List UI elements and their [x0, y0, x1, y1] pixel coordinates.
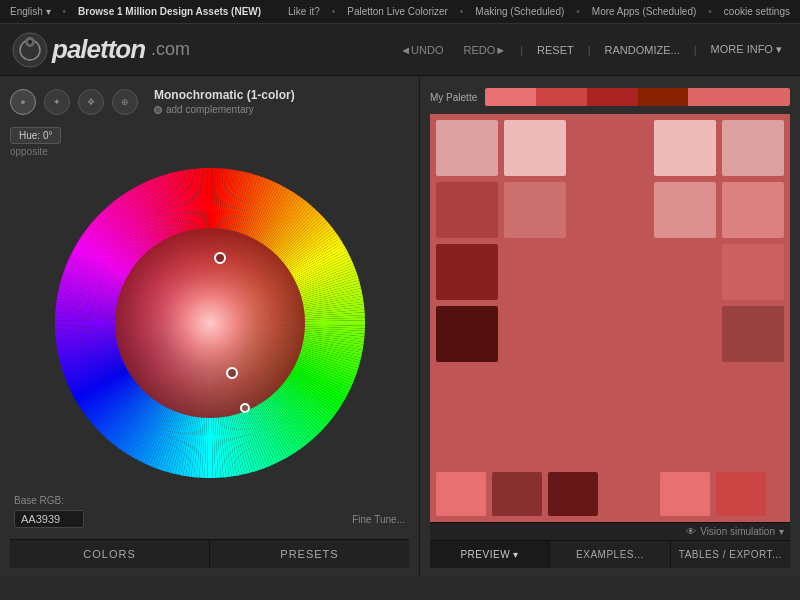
- toolbar-separator-3: |: [694, 44, 697, 56]
- more-info-label: MORE INFO: [711, 43, 773, 55]
- vision-simulation-label[interactable]: Vision simulation: [700, 526, 775, 537]
- separator-3: •: [460, 6, 464, 17]
- more-info-arrow-icon: ▾: [776, 43, 782, 55]
- color-wheel-canvas[interactable]: [50, 163, 370, 483]
- tab-tables-export[interactable]: TABLES / EXPORT...: [671, 541, 790, 568]
- base-rgb-label: Base RGB:: [14, 495, 84, 506]
- swatch-top-2[interactable]: [504, 182, 566, 238]
- preview-tab-label: PREVIEW: [460, 549, 510, 560]
- language-arrow-icon: ▾: [46, 6, 51, 17]
- color-display: [430, 114, 790, 522]
- logo-icon: [12, 32, 48, 68]
- hue-button[interactable]: Hue: 0°: [10, 127, 61, 144]
- hue-row: Hue: 0° opposite: [10, 127, 409, 157]
- palette-label: My Palette: [430, 92, 477, 103]
- mode-icon-tetrad[interactable]: ⊕: [112, 89, 138, 115]
- left-panel-tabs: COLORS PRESETS: [10, 539, 409, 568]
- swatch-bot-2[interactable]: [492, 472, 542, 516]
- mode-label-area: Monochromatic (1-color) add complementar…: [154, 88, 295, 115]
- tab-presets[interactable]: PRESETS: [210, 540, 409, 568]
- language-label: English: [10, 6, 43, 17]
- toolbar-separator-2: |: [588, 44, 591, 56]
- swatch-tl-1[interactable]: [436, 120, 498, 176]
- browse-link[interactable]: Browse 1 Million Design Assets (NEW): [78, 6, 261, 17]
- mode-sub: add complementary: [154, 104, 295, 115]
- separator-2: •: [332, 6, 336, 17]
- swatch-tl-2[interactable]: [436, 182, 498, 238]
- tab-colors[interactable]: COLORS: [10, 540, 210, 568]
- palette-swatch-1[interactable]: [485, 88, 536, 106]
- swatch-top-1[interactable]: [504, 120, 566, 176]
- base-rgb-row: Base RGB: Fine Tune...: [10, 491, 409, 528]
- opposite-label: opposite: [10, 146, 409, 157]
- radio-dot-icon: [154, 106, 162, 114]
- tab-preview[interactable]: PREVIEW ▾: [430, 541, 550, 568]
- eye-icon: 👁: [686, 526, 696, 537]
- swatch-tr-1[interactable]: [722, 120, 784, 176]
- fine-tune-button[interactable]: Fine Tune...: [352, 514, 405, 525]
- separator-5: •: [708, 6, 712, 17]
- mode-icon-triad[interactable]: ❖: [78, 89, 104, 115]
- logo: paletton .com: [12, 32, 190, 68]
- swatch-tr-4[interactable]: [722, 306, 784, 362]
- right-panel-tabs: PREVIEW ▾ EXAMPLES... TABLES / EXPORT...: [430, 540, 790, 568]
- main-content: ● ✦ ❖ ⊕ Monochromatic (1-color) add comp…: [0, 76, 800, 576]
- left-panel: ● ✦ ❖ ⊕ Monochromatic (1-color) add comp…: [0, 76, 420, 576]
- like-it-link[interactable]: Like it?: [288, 6, 320, 17]
- redo-button[interactable]: REDO►: [457, 41, 512, 59]
- preview-arrow-icon: ▾: [513, 549, 519, 560]
- swatch-tl-4[interactable]: [436, 306, 498, 362]
- toolbar-right: ◄UNDO REDO► | RESET | RANDOMIZE... | MOR…: [394, 40, 788, 59]
- swatch-bot-1[interactable]: [436, 472, 486, 516]
- mode-sub-label: add complementary: [166, 104, 254, 115]
- header-bar: paletton .com ◄UNDO REDO► | RESET | RAND…: [0, 24, 800, 76]
- vision-simulation-bar: 👁 Vision simulation ▾: [430, 522, 790, 540]
- mode-selector-row: ● ✦ ❖ ⊕ Monochromatic (1-color) add comp…: [10, 84, 409, 119]
- color-wheel-container[interactable]: [50, 163, 370, 483]
- cookie-settings-link[interactable]: cookie settings: [724, 6, 790, 17]
- top-navigation-bar: English ▾ • Browse 1 Million Design Asse…: [0, 0, 800, 24]
- mode-name: Monochromatic (1-color): [154, 88, 295, 102]
- undo-button[interactable]: ◄UNDO: [394, 41, 449, 59]
- live-colorizer-link[interactable]: Paletton Live Colorizer: [347, 6, 448, 17]
- separator-4: •: [576, 6, 580, 17]
- swatch-tr-2[interactable]: [722, 182, 784, 238]
- logo-text: paletton: [52, 34, 145, 65]
- swatch-tl-3[interactable]: [436, 244, 498, 300]
- toolbar-separator: |: [520, 44, 523, 56]
- palette-row: My Palette: [430, 88, 790, 106]
- swatch-bot-5[interactable]: [716, 472, 766, 516]
- randomize-button[interactable]: RANDOMIZE...: [599, 41, 686, 59]
- palette-swatch-5[interactable]: [688, 88, 790, 106]
- reset-button[interactable]: RESET: [531, 41, 580, 59]
- more-info-button[interactable]: MORE INFO ▾: [705, 40, 788, 59]
- palette-bar: [485, 88, 790, 106]
- swatch-bot-3[interactable]: [548, 472, 598, 516]
- logo-com: .com: [151, 39, 190, 60]
- swatch-tr2-2[interactable]: [654, 182, 716, 238]
- palette-swatch-3[interactable]: [587, 88, 638, 106]
- making-link[interactable]: Making (Scheduled): [475, 6, 564, 17]
- tab-examples[interactable]: EXAMPLES...: [550, 541, 670, 568]
- palette-swatch-2[interactable]: [536, 88, 587, 106]
- swatch-tr-3[interactable]: [722, 244, 784, 300]
- base-rgb-input[interactable]: [14, 510, 84, 528]
- swatch-tr2-1[interactable]: [654, 120, 716, 176]
- base-rgb-area: Base RGB:: [14, 495, 84, 528]
- palette-swatch-4[interactable]: [638, 88, 689, 106]
- separator-1: •: [63, 6, 67, 17]
- more-apps-link[interactable]: More Apps (Scheduled): [592, 6, 697, 17]
- mode-icon-mono[interactable]: ●: [10, 89, 36, 115]
- right-panel: My Palette: [420, 76, 800, 576]
- swatch-bot-4[interactable]: [660, 472, 710, 516]
- svg-point-3: [28, 40, 32, 44]
- language-selector[interactable]: English ▾: [10, 6, 51, 17]
- mode-icon-adjacent[interactable]: ✦: [44, 89, 70, 115]
- vision-arrow-icon: ▾: [779, 526, 784, 537]
